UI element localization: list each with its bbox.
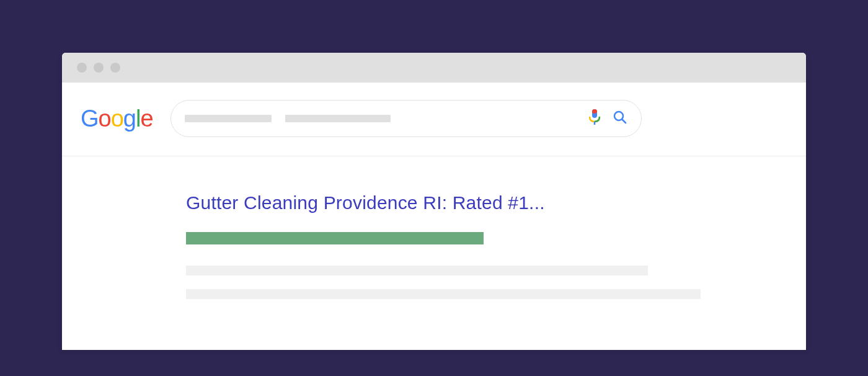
window-minimize-dot[interactable] bbox=[94, 63, 104, 73]
result-snippet-line bbox=[186, 266, 648, 275]
placeholder-bar bbox=[285, 115, 391, 122]
result-title-link[interactable]: Gutter Cleaning Providence RI: Rated #1.… bbox=[186, 192, 787, 213]
search-input[interactable] bbox=[170, 100, 642, 137]
logo-letter-g2: g bbox=[123, 105, 136, 132]
logo-letter-o2: o bbox=[111, 105, 123, 132]
svg-rect-1 bbox=[592, 109, 597, 114]
google-logo[interactable]: Google bbox=[81, 105, 153, 132]
logo-letter-g: G bbox=[81, 105, 99, 132]
browser-titlebar bbox=[62, 53, 806, 83]
window-close-dot[interactable] bbox=[77, 63, 87, 73]
placeholder-bar bbox=[185, 115, 272, 122]
svg-line-4 bbox=[622, 119, 626, 123]
search-query-placeholder bbox=[185, 115, 577, 122]
result-snippet-line bbox=[186, 289, 701, 299]
search-header: Google bbox=[62, 83, 806, 156]
browser-window: Google bbox=[62, 53, 806, 350]
logo-letter-e: e bbox=[140, 105, 153, 132]
microphone-icon[interactable] bbox=[588, 109, 601, 128]
logo-letter-o1: o bbox=[99, 105, 111, 132]
window-maximize-dot[interactable] bbox=[110, 63, 120, 73]
search-icon[interactable] bbox=[613, 110, 627, 127]
search-results: Gutter Cleaning Providence RI: Rated #1.… bbox=[62, 156, 806, 350]
result-url-placeholder bbox=[186, 232, 484, 244]
